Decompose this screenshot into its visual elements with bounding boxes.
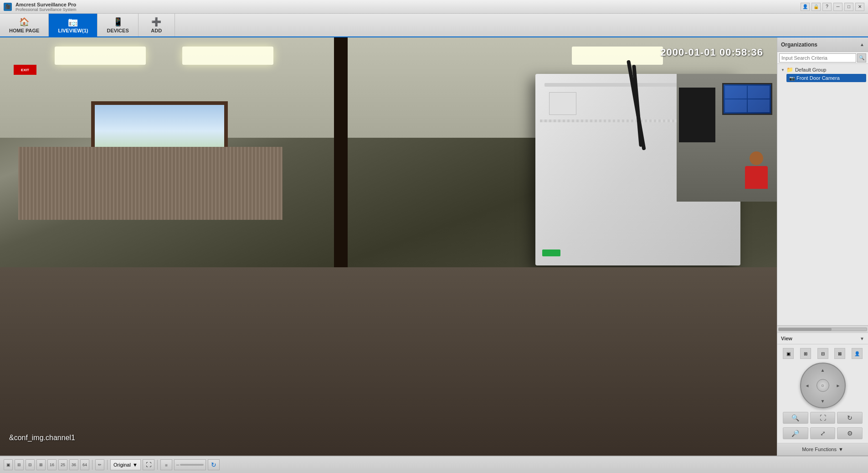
toolbar-separator-3 — [157, 460, 158, 470]
edit-mode-button[interactable]: ✏ — [95, 459, 104, 470]
ptz-down-button[interactable]: ▼ — [818, 396, 827, 405]
volume-bar — [180, 464, 204, 466]
quality-dropdown[interactable]: Original ▼ — [110, 459, 141, 470]
desk-surface — [0, 267, 777, 456]
ptz-up-button[interactable]: ▲ — [818, 365, 827, 374]
ptz-center-button[interactable]: ⊙ — [817, 379, 829, 392]
ptz-dial[interactable]: ▲ ▼ ◄ ► ⊙ — [800, 363, 846, 408]
settings-ptz-button[interactable]: ⚙ — [837, 427, 863, 439]
zoom-row-1: 🔍 ⛶ ↻ — [781, 412, 864, 424]
osd-timestamp: 2000-01-01 00:58:36 — [660, 47, 763, 58]
app-icon: 🎥 — [4, 3, 12, 11]
refresh-button[interactable]: ↻ — [208, 459, 220, 470]
layout-single-button[interactable]: ▣ — [783, 348, 794, 359]
devices-icon: 📱 — [113, 17, 123, 27]
more-functions-label: More Functions — [802, 447, 837, 452]
layout-64-button[interactable]: 64 — [80, 459, 89, 470]
sidebar-scrollbar — [777, 325, 868, 333]
toolbar-separator-2 — [107, 460, 108, 470]
titlebar-controls: 👤 🔒 ? ─ □ ✕ — [801, 3, 864, 11]
nav-add-label: ADD — [151, 28, 162, 33]
layout-9-button[interactable]: ⊟ — [817, 348, 828, 359]
search-input[interactable] — [779, 53, 856, 62]
fullscreen-ptz-button[interactable]: ⛶ — [810, 412, 836, 424]
camera-label: Front Door Camera — [796, 75, 840, 81]
layout-25-button[interactable]: 25 — [58, 459, 67, 470]
layout-2-button[interactable]: ⊞ — [15, 459, 24, 470]
tree-camera-item[interactable]: 📷 Front Door Camera — [786, 74, 866, 82]
nav-add[interactable]: ➕ ADD — [139, 14, 175, 36]
scrollbar-thumb — [779, 328, 832, 331]
record-icon: ■ — [165, 463, 168, 468]
bg-office — [677, 74, 777, 202]
lock-button[interactable]: 🔒 — [812, 3, 821, 11]
search-bar: 🔍 — [777, 52, 868, 64]
scrollbar-track[interactable] — [778, 327, 867, 331]
record-button[interactable]: ■ — [160, 459, 172, 470]
nav-home[interactable]: 🏠 HOME PAGE — [0, 14, 49, 36]
tree-group-label: Default Group — [795, 67, 826, 73]
liveview-icon: 📷 — [68, 17, 78, 27]
org-panel: Organizations ▲ 🔍 ▼ 📁 Default Group 📷 — [777, 37, 868, 333]
layout-quad-button[interactable]: ⊞ — [800, 348, 811, 359]
zoom-in-button[interactable]: 🔍 — [783, 412, 808, 424]
main-layout: EXIT — [0, 37, 868, 456]
refresh-ptz-button[interactable]: ↻ — [837, 412, 863, 424]
toolbar-separator-1 — [92, 460, 92, 470]
org-title: Organizations — [781, 42, 817, 48]
tree-group-header[interactable]: ▼ 📁 Default Group — [779, 66, 866, 74]
view-dropdown[interactable]: View ▼ — [777, 333, 868, 344]
tree-group-icon: 📁 — [786, 67, 793, 73]
layout-4-button[interactable]: ⊠ — [36, 459, 46, 470]
maximize-button[interactable]: □ — [844, 3, 853, 11]
nav-devices-label: DEVICES — [107, 28, 128, 33]
exit-sign: EXIT — [14, 65, 36, 75]
view-dropdown-arrow[interactable]: ▼ — [860, 336, 864, 341]
org-tree: ▼ 📁 Default Group 📷 Front Door Camera — [777, 64, 868, 325]
bottom-toolbar: ▣ ⊞ ⊟ ⊠ 16 25 36 64 ✏ Original ▼ ⛶ ■ ─ ↻ — [0, 456, 868, 473]
org-collapse-button[interactable]: ▲ — [860, 42, 864, 47]
titlebar-left: 🎥 Amcrest Surveillance Pro Professional … — [4, 2, 77, 12]
minimize-button[interactable]: ─ — [833, 3, 842, 11]
navbar: 🏠 HOME PAGE 📷 LIVEVIEW(1) 📱 DEVICES ➕ AD… — [0, 14, 868, 37]
osd-channel: &conf_img.channel1 — [9, 434, 75, 442]
layout-36-button[interactable]: 36 — [69, 459, 78, 470]
video-area: EXIT — [0, 37, 777, 456]
layout-1-button[interactable]: ▣ — [4, 459, 13, 470]
layout-icons-row: ▣ ⊞ ⊟ ⊠ 👤 — [781, 348, 864, 359]
layout-3-button[interactable]: ⊟ — [26, 459, 35, 470]
volume-control[interactable]: ─ — [174, 459, 206, 470]
ptz-right-button[interactable]: ► — [834, 381, 843, 390]
add-icon: ➕ — [151, 17, 161, 27]
app-subtitle: Professional Surveillance System — [15, 7, 77, 12]
user-button[interactable]: 👤 — [801, 3, 810, 11]
layout-16-button[interactable]: 16 — [47, 459, 56, 470]
org-header: Organizations ▲ — [777, 37, 868, 52]
volume-icon: ─ — [176, 463, 179, 467]
person-view-button[interactable]: 👤 — [852, 348, 863, 359]
tree-arrow: ▼ — [781, 68, 785, 72]
camera-tree-icon: 📷 — [789, 76, 795, 81]
app-info: Amcrest Surveillance Pro Professional Su… — [15, 2, 77, 12]
help-button[interactable]: ? — [822, 3, 832, 11]
zoom-out-button[interactable]: 🔎 — [783, 427, 808, 439]
titlebar: 🎥 Amcrest Surveillance Pro Professional … — [0, 0, 868, 14]
quality-arrow: ▼ — [133, 462, 138, 468]
fit-screen-button[interactable]: ⤢ — [810, 427, 836, 439]
nav-devices[interactable]: 📱 DEVICES — [98, 14, 138, 36]
search-button[interactable]: 🔍 — [857, 53, 866, 62]
close-button[interactable]: ✕ — [855, 3, 864, 11]
nav-liveview-label: LIVEVIEW(1) — [58, 28, 88, 33]
fullscreen-button[interactable]: ⛶ — [143, 459, 154, 470]
nav-liveview[interactable]: 📷 LIVEVIEW(1) — [49, 14, 98, 36]
layout-16-button[interactable]: ⊠ — [834, 348, 845, 359]
app-title: Amcrest Surveillance Pro — [15, 2, 77, 7]
ptz-left-button[interactable]: ◄ — [803, 381, 812, 390]
camera-feed: EXIT — [0, 37, 777, 456]
view-label: View — [781, 336, 792, 341]
more-functions-button[interactable]: More Functions ▼ — [777, 443, 868, 456]
more-functions-icon: ▼ — [838, 447, 843, 452]
tree-children: 📷 Front Door Camera — [779, 74, 866, 82]
right-sidebar: Organizations ▲ 🔍 ▼ 📁 Default Group 📷 — [777, 37, 868, 456]
quality-label: Original — [113, 462, 131, 468]
